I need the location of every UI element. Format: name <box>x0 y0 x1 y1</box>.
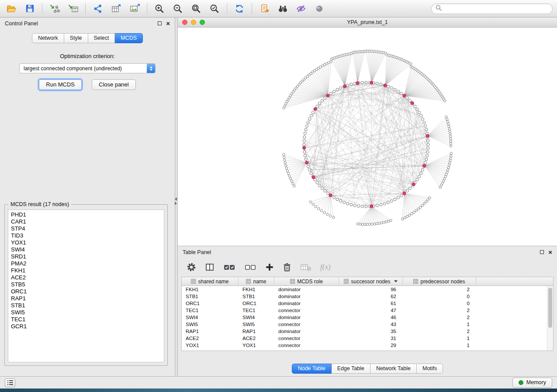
zoom-fit-icon[interactable] <box>190 3 202 15</box>
table-cell[interactable]: FKH1 <box>239 287 274 292</box>
list-item[interactable]: TID3 <box>8 232 164 239</box>
table-row[interactable]: PHD1PHD1dominator180 <box>182 349 553 351</box>
window-minimize-icon[interactable] <box>191 20 196 25</box>
table-cell[interactable]: PHD1 <box>182 350 239 351</box>
table-cell[interactable]: 1 <box>403 336 476 341</box>
close-panel-icon[interactable]: × <box>166 20 170 27</box>
share-document-icon[interactable] <box>258 3 270 15</box>
table-cell[interactable]: dominator <box>274 301 339 306</box>
refresh-view-icon[interactable] <box>233 3 246 15</box>
tab-motifs[interactable]: Motifs <box>417 364 443 374</box>
table-cell[interactable]: connector <box>274 336 339 341</box>
list-item[interactable]: ACE2 <box>8 274 164 281</box>
list-item[interactable]: SWI5 <box>8 309 164 316</box>
table-cell[interactable]: FKH1 <box>182 287 239 292</box>
table-settings-gear-icon[interactable] <box>187 262 196 272</box>
table-row[interactable]: ACE2ACE2connector311 <box>182 335 553 342</box>
tab-node-table[interactable]: Node Table <box>292 364 332 374</box>
table-row[interactable]: FKH1FKH1dominator962 <box>182 286 553 293</box>
table-cell[interactable]: 0 <box>403 350 476 351</box>
zoom-selected-icon[interactable] <box>208 3 221 15</box>
task-history-button[interactable] <box>5 378 15 387</box>
table-row[interactable]: STB1STB1dominator620 <box>182 293 553 300</box>
list-item[interactable]: GCR1 <box>8 323 164 330</box>
table-cell[interactable]: 2 <box>403 308 476 313</box>
column-header-successor-nodes[interactable]: successor nodes <box>339 277 403 285</box>
criterion-select[interactable]: largest connected component (undirected) <box>19 63 156 73</box>
mcds-result-list[interactable]: PHD1CAR1STP4TID3YOX1SWI4SRD1PMA2FKH1ACE2… <box>8 210 164 362</box>
table-cell[interactable]: YOX1 <box>239 343 274 348</box>
table-cell[interactable]: SWI4 <box>182 315 239 320</box>
tab-edge-table[interactable]: Edge Table <box>332 364 370 374</box>
table-row[interactable]: RAP1RAP1dominator352 <box>182 328 553 335</box>
close-panel-icon[interactable]: × <box>548 249 552 255</box>
show-glyphs-icon[interactable] <box>313 3 325 15</box>
table-cell[interactable]: RAP1 <box>182 329 239 334</box>
hide-glyphs-icon[interactable] <box>295 3 307 15</box>
table-cell[interactable]: connector <box>274 343 339 348</box>
table-cell[interactable]: ORC1 <box>239 301 274 306</box>
network-canvas[interactable] <box>178 28 557 246</box>
list-item[interactable]: PHD1 <box>8 211 164 218</box>
list-item[interactable]: RAP1 <box>8 295 164 302</box>
table-cell[interactable]: ACE2 <box>239 336 274 341</box>
table-cell[interactable]: 35 <box>339 329 403 334</box>
table-cell[interactable]: 29 <box>339 343 403 348</box>
table-cell[interactable]: TEC1 <box>182 308 239 313</box>
table-cell[interactable]: SWI4 <box>239 315 274 320</box>
table-cell[interactable]: STB1 <box>239 294 274 299</box>
scrollbar-thumb[interactable] <box>548 288 552 328</box>
open-file-icon[interactable] <box>5 3 17 15</box>
table-cell[interactable]: 2 <box>403 315 476 320</box>
list-item[interactable]: STB5 <box>8 281 164 288</box>
select-all-icon[interactable] <box>223 262 235 272</box>
table-cell[interactable]: connector <box>274 322 339 327</box>
window-maximize-icon[interactable] <box>200 20 205 25</box>
float-panel-icon[interactable] <box>158 21 162 25</box>
tab-style[interactable]: Style <box>64 33 88 43</box>
save-session-icon[interactable] <box>24 3 36 15</box>
list-item[interactable]: YOX1 <box>8 239 164 246</box>
show-columns-icon[interactable] <box>205 262 214 272</box>
search-input[interactable] <box>444 6 548 12</box>
table-cell[interactable]: SWI5 <box>182 322 239 327</box>
table-row[interactable]: SWI5SWI5connector431 <box>182 321 553 328</box>
table-cell[interactable]: 2 <box>403 329 476 334</box>
column-header-mcds-role[interactable]: MCDS role <box>274 277 339 285</box>
table-cell[interactable]: 61 <box>339 301 403 306</box>
table-row[interactable]: YOX1YOX1connector291 <box>182 342 553 349</box>
tab-select[interactable]: Select <box>88 33 115 43</box>
table-cell[interactable]: YOX1 <box>182 343 239 348</box>
list-item[interactable]: FKH1 <box>8 267 164 274</box>
list-item[interactable]: STP4 <box>8 225 164 232</box>
table-cell[interactable]: SWI5 <box>239 322 274 327</box>
table-cell[interactable]: 62 <box>339 294 403 299</box>
table-cell[interactable]: dominator <box>274 294 339 299</box>
window-close-icon[interactable] <box>182 20 187 25</box>
memory-button[interactable]: Memory <box>512 378 552 388</box>
table-cell[interactable]: RAP1 <box>239 329 274 334</box>
table-cell[interactable]: 2 <box>403 287 476 292</box>
table-scrollbar[interactable] <box>547 286 553 351</box>
table-cell[interactable]: STB1 <box>182 294 239 299</box>
table-row[interactable]: ORC1ORC1dominator610 <box>182 300 553 307</box>
table-cell[interactable]: connector <box>274 308 339 313</box>
run-mcds-button[interactable]: Run MCDS <box>39 79 82 90</box>
list-item[interactable]: STB1 <box>8 302 164 309</box>
table-cell[interactable]: TEC1 <box>239 308 274 313</box>
add-column-icon[interactable] <box>265 263 274 272</box>
deselect-all-icon[interactable] <box>244 262 256 272</box>
delete-column-icon[interactable] <box>283 262 291 272</box>
table-cell[interactable]: 43 <box>339 322 403 327</box>
close-panel-button[interactable]: Close panel <box>92 79 136 90</box>
table-cell[interactable]: 0 <box>403 301 476 306</box>
table-cell[interactable]: 96 <box>339 287 403 292</box>
table-cell[interactable]: 0 <box>403 294 476 299</box>
table-cell[interactable]: dominator <box>274 350 339 351</box>
tab-mcds[interactable]: MCDS <box>115 33 143 43</box>
table-cell[interactable]: ORC1 <box>182 301 239 306</box>
export-image-icon[interactable] <box>128 3 141 15</box>
table-cell[interactable]: dominator <box>274 329 339 334</box>
zoom-in-icon[interactable] <box>153 3 166 15</box>
export-table-icon[interactable] <box>110 3 122 15</box>
